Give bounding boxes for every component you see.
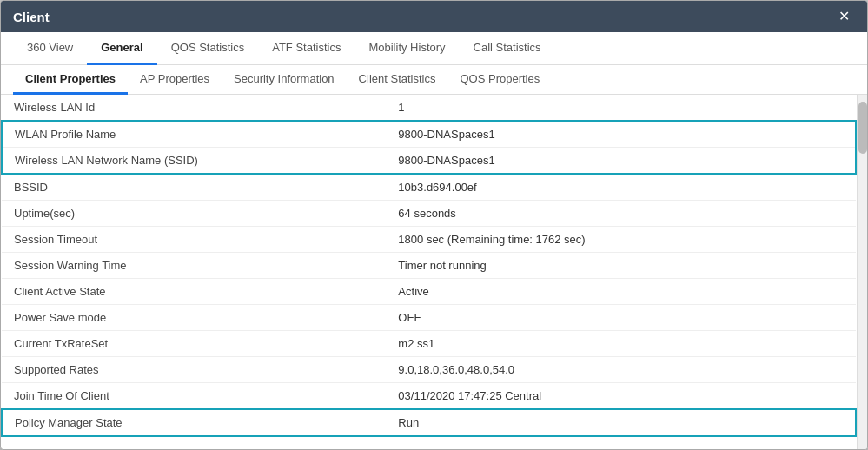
prop-key: Wireless LAN Id <box>2 95 386 121</box>
prop-value: m2 ss1 <box>386 331 856 357</box>
prop-value: OFF <box>386 305 856 331</box>
top-tabs: 360 View General QOS Statistics ATF Stat… <box>1 32 867 65</box>
table-row: BSSID 10b3.d694.00ef <box>2 174 856 201</box>
prop-key: Wireless LAN Network Name (SSID) <box>2 148 386 175</box>
tab-call-statistics[interactable]: Call Statistics <box>460 32 555 65</box>
prop-value: 1800 sec (Remaining time: 1762 sec) <box>386 227 856 253</box>
prop-key: Power Save mode <box>2 305 386 331</box>
content-area: Wireless LAN Id 1 WLAN Profile Name 9800… <box>1 95 867 449</box>
close-button[interactable]: ✕ <box>833 8 855 25</box>
table-row: Power Save mode OFF <box>2 305 856 331</box>
prop-key: WLAN Profile Name <box>2 121 386 148</box>
tab-atf-statistics[interactable]: ATF Statistics <box>258 32 354 65</box>
tab-security-information[interactable]: Security Information <box>222 65 347 95</box>
scrollbar-thumb[interactable] <box>858 102 867 154</box>
prop-value: 9800-DNASpaces1 <box>386 148 856 175</box>
prop-value: Run <box>386 409 856 436</box>
table-row: Wireless LAN Network Name (SSID) 9800-DN… <box>2 148 856 175</box>
table-row: Join Time Of Client 03/11/2020 17:47:25 … <box>2 383 856 410</box>
prop-key: Current TxRateSet <box>2 331 386 357</box>
second-tabs: Client Properties AP Properties Security… <box>1 65 867 95</box>
prop-value: 9800-DNASpaces1 <box>386 121 856 148</box>
prop-key: Session Timeout <box>2 227 386 253</box>
table-row: WLAN Profile Name 9800-DNASpaces1 <box>2 121 856 148</box>
tab-qos-properties[interactable]: QOS Properties <box>447 65 552 95</box>
table-row: Supported Rates 9.0,18.0,36.0,48.0,54.0 <box>2 357 856 383</box>
prop-key: Client Active State <box>2 279 386 305</box>
tab-client-statistics[interactable]: Client Statistics <box>347 65 448 95</box>
tab-mobility-history[interactable]: Mobility History <box>354 32 459 65</box>
dialog-title: Client <box>13 10 50 24</box>
prop-value: 64 seconds <box>386 201 856 227</box>
prop-key: Supported Rates <box>2 357 386 383</box>
prop-key: Session Warning Time <box>2 253 386 279</box>
table-row: Wireless LAN Id 1 <box>2 95 856 121</box>
table-row: Session Timeout 1800 sec (Remaining time… <box>2 227 856 253</box>
prop-value: 10b3.d694.00ef <box>386 174 856 201</box>
prop-value: 1 <box>386 95 856 121</box>
table-row: Policy Manager State Run <box>2 409 856 436</box>
prop-value: Active <box>386 279 856 305</box>
prop-key: BSSID <box>2 174 386 201</box>
table-row: Current TxRateSet m2 ss1 <box>2 331 856 357</box>
scrollbar-track[interactable] <box>857 95 867 449</box>
tab-qos-statistics[interactable]: QOS Statistics <box>157 32 259 65</box>
client-dialog: Client ✕ 360 View General QOS Statistics… <box>0 0 868 450</box>
table-row: Uptime(sec) 64 seconds <box>2 201 856 227</box>
table-row: Session Warning Time Timer not running <box>2 253 856 279</box>
prop-value: 03/11/2020 17:47:25 Central <box>386 383 856 410</box>
properties-table: Wireless LAN Id 1 WLAN Profile Name 9800… <box>1 95 857 437</box>
tab-ap-properties[interactable]: AP Properties <box>128 65 222 95</box>
tab-client-properties[interactable]: Client Properties <box>13 65 128 95</box>
prop-value: Timer not running <box>386 253 856 279</box>
prop-key: Uptime(sec) <box>2 201 386 227</box>
properties-table-container[interactable]: Wireless LAN Id 1 WLAN Profile Name 9800… <box>1 95 857 449</box>
prop-value: 9.0,18.0,36.0,48.0,54.0 <box>386 357 856 383</box>
prop-key: Join Time Of Client <box>2 383 386 410</box>
table-row: Client Active State Active <box>2 279 856 305</box>
tab-general[interactable]: General <box>87 32 156 65</box>
tab-360view[interactable]: 360 View <box>13 32 87 65</box>
prop-key: Policy Manager State <box>2 409 386 436</box>
dialog-header: Client ✕ <box>1 1 867 32</box>
